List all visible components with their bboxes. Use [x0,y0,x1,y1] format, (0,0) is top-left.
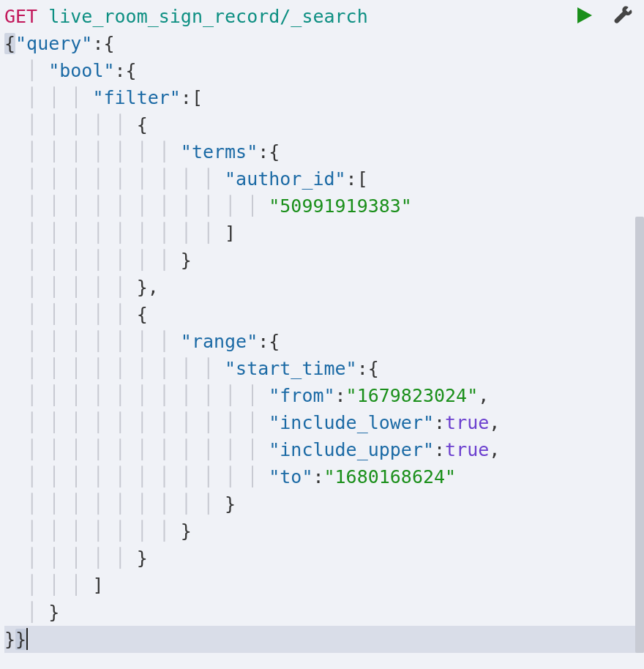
code-line[interactable]: │ │ │ │ │ { [4,111,644,138]
code-line[interactable]: │ │ │ │ │ │ │ │ │ │ │ "50991919383" [4,193,644,220]
code-line[interactable]: GET live_room_sign_record/_search [4,3,644,30]
vertical-scrollbar[interactable] [635,217,644,653]
code-line[interactable]: │ │ │ │ │ │ │ "range":{ [4,328,644,355]
code-line[interactable]: }} [4,626,644,653]
code-line[interactable]: │ │ │ │ │ │ │ │ │ │ │ "to":"1680168624" [4,463,644,490]
key-to: "to" [269,466,312,487]
code-line[interactable]: {"query":{ [4,30,644,57]
code-line[interactable]: │ │ │ │ │ }, [4,274,644,301]
value-from: "1679823024" [346,385,479,406]
http-method: GET [4,6,37,27]
key-terms: "terms" [181,141,258,162]
key-author-id: "author_id" [225,168,346,190]
value-to: "1680168624" [324,466,457,487]
key-range: "range" [181,331,258,352]
request-path: live_room_sign_record/_search [48,6,368,27]
value-author-id-0: "50991919383" [269,195,412,217]
code-line[interactable]: │ │ │ │ │ │ │ │ │ │ │ "include_upper":tr… [4,436,644,463]
code-line[interactable]: │ │ │ │ │ } [4,545,644,572]
key-bool: "bool" [48,60,114,81]
key-include-lower: "include_lower" [269,412,434,433]
code-line[interactable]: │ │ │ │ │ │ │ │ │ } [4,490,644,517]
key-query: "query" [15,33,92,54]
code-editor[interactable]: GET live_room_sign_record/_search {"quer… [0,0,644,669]
code-line[interactable]: │ │ │ │ │ │ │ │ │ │ │ "from":"1679823024… [4,382,644,409]
code-line[interactable]: │ │ │ ] [4,572,644,599]
text-cursor [26,628,28,650]
code-line[interactable]: │ │ │ │ │ │ │ │ │ │ │ "include_lower":tr… [4,409,644,436]
code-line[interactable]: │ │ │ │ │ │ │ │ │ "start_time":{ [4,355,644,382]
code-line[interactable]: │ │ │ │ │ │ │ │ │ "author_id":[ [4,165,644,193]
code-line[interactable]: │ │ │ │ │ { [4,301,644,328]
value-include-upper: true [445,439,489,460]
code-line[interactable]: │ │ │ "filter":[ [4,84,644,111]
brace-open: { [4,33,15,54]
key-from: "from" [269,385,334,406]
value-include-lower: true [445,412,489,433]
code-line[interactable]: │ │ │ │ │ │ │ } [4,517,644,545]
key-start-time: "start_time" [225,358,357,379]
code-line[interactable]: │ "bool":{ [4,57,644,84]
key-include-upper: "include_upper" [269,439,434,460]
key-filter: "filter" [92,87,180,108]
code-lines: GET live_room_sign_record/_search {"quer… [0,3,644,653]
code-line[interactable]: │ │ │ │ │ │ │ } [4,247,644,274]
brace-close: } [15,629,26,650]
code-line[interactable]: │ │ │ │ │ │ │ │ │ ] [4,220,644,247]
code-line[interactable]: │ } [4,599,644,626]
code-line[interactable]: │ │ │ │ │ │ │ "terms":{ [4,138,644,165]
